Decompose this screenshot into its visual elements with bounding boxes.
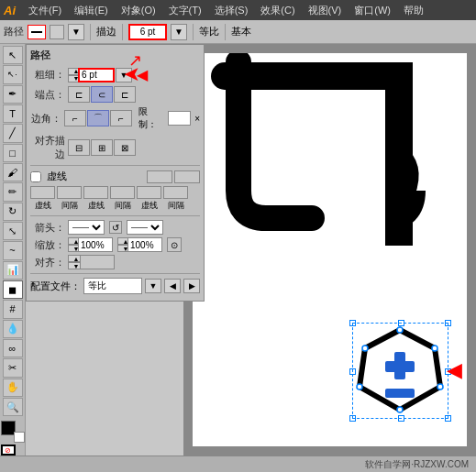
tool-line[interactable]: ╱	[3, 124, 23, 142]
tool-scissors[interactable]: ✂	[3, 358, 23, 377]
scale1-input[interactable]	[78, 237, 113, 252]
config-next-btn[interactable]: ▶	[183, 279, 200, 293]
dash-input2-label: 虚线	[88, 200, 105, 212]
cap-square-btn[interactable]: ⊏	[114, 86, 136, 103]
tool-scale[interactable]: ⤡	[3, 222, 23, 240]
tool-shape[interactable]: □	[3, 144, 23, 162]
scale2-input[interactable]	[127, 237, 162, 252]
scale-link-btn[interactable]: ⊙	[167, 237, 182, 252]
dash-row: 虚线	[30, 170, 200, 183]
config-dropdown[interactable]: ▼	[145, 279, 161, 293]
tool-graph[interactable]: 📊	[3, 261, 23, 280]
limit-x: ×	[194, 114, 200, 124]
weight-label: 粗细：	[30, 68, 65, 82]
red-arrow-weight: ◀	[137, 66, 148, 83]
scale-label: 缩放：	[30, 238, 65, 252]
corner-round-btn[interactable]: ⌒	[87, 110, 109, 126]
menu-file[interactable]: 文件(F)	[23, 2, 67, 19]
pt-input-box[interactable]: 6 pt	[128, 24, 167, 40]
tool-eyedropper[interactable]: 💧	[3, 320, 23, 338]
stroke-color-box[interactable]	[28, 25, 46, 39]
dash-option2[interactable]	[174, 170, 200, 183]
config-label: 配置文件：	[30, 280, 81, 293]
gap-input1[interactable]	[57, 186, 82, 199]
selection-border	[352, 323, 448, 419]
stroke-fill-switch[interactable]: ⊘	[1, 444, 25, 456]
menu-object[interactable]: 对象(O)	[116, 2, 161, 19]
gap-input2-label: 间隔	[115, 200, 131, 212]
divider1	[30, 165, 200, 166]
tool-paintbrush[interactable]: 🖌	[3, 163, 23, 181]
weight-input[interactable]	[78, 68, 115, 82]
corner-bevel-btn[interactable]: ⌐	[110, 110, 132, 126]
weight-row: 粗细： ▲ ▼ ▼ ◀	[30, 66, 200, 83]
dash-checkbox[interactable]	[30, 171, 41, 182]
corner-row: 边角： ⌐ ⌒ ⌐ 限制： ×	[30, 105, 200, 131]
dash-group3: 虚线	[137, 186, 161, 212]
config-prev-btn[interactable]: ◀	[164, 279, 181, 293]
gap-group3: 间隔	[163, 186, 188, 212]
pt-dropdown[interactable]: ▼	[171, 24, 187, 40]
tool-pen[interactable]: ✒	[3, 85, 23, 104]
tool-warp[interactable]: ~	[3, 241, 23, 259]
tool-direct-select[interactable]: ↖·	[3, 65, 23, 83]
menu-help[interactable]: 帮助	[398, 2, 429, 19]
status-text: 软件自学网·RJZXW.COM	[365, 458, 469, 471]
canvas-area: ◀	[183, 44, 476, 456]
gap-group2: 间隔	[110, 186, 135, 212]
dash-group2: 虚线	[83, 186, 108, 212]
cap-label: 端点：	[30, 88, 65, 102]
tool-rotate[interactable]: ↻	[3, 203, 23, 221]
canvas-white: ◀	[193, 53, 467, 446]
tool-gradient[interactable]: ◼	[3, 280, 23, 299]
gap-input2[interactable]	[110, 186, 135, 199]
weight-unit-dropdown[interactable]: ▼	[116, 68, 132, 82]
color-swatches[interactable]	[1, 421, 25, 443]
limit-input[interactable]	[168, 111, 191, 126]
arrow-end-select[interactable]: ——	[127, 220, 163, 235]
menu-window[interactable]: 窗口(W)	[349, 2, 396, 19]
toolbar-row: 路径 ▼ 描边 6 pt ▼ 等比 基本	[0, 20, 476, 44]
panel-title: 路径	[30, 49, 50, 62]
arrow-swap-btn[interactable]: ↺	[109, 221, 122, 234]
dash-input3[interactable]	[137, 186, 161, 199]
menu-text[interactable]: 文字(T)	[163, 2, 207, 19]
divider2	[30, 215, 200, 216]
tool-hand[interactable]: ✋	[3, 379, 23, 397]
tool-mesh[interactable]: #	[3, 300, 23, 318]
cap-round-btn[interactable]: ⊂	[91, 86, 113, 103]
divider3	[30, 273, 200, 274]
align-outside-btn[interactable]: ⊠	[114, 139, 136, 156]
align-inside-btn[interactable]: ⊞	[91, 139, 113, 156]
gap-input3[interactable]	[163, 186, 188, 199]
basic-label: 基本	[231, 25, 251, 38]
tool-select[interactable]: ↖	[3, 46, 23, 64]
path-label: 路径	[4, 25, 24, 38]
tool-blend[interactable]: ∞	[3, 339, 23, 357]
dash-option1[interactable]	[147, 170, 172, 183]
corner-buttons: ⌐ ⌒ ⌐	[64, 110, 132, 126]
arrow-row: 箭头： —— ↺ ——	[30, 220, 200, 235]
stroke-square-btn[interactable]	[50, 25, 64, 39]
corner-miter-btn[interactable]: ⌐	[64, 110, 86, 126]
menu-select[interactable]: 选择(S)	[209, 2, 254, 19]
toolbar-dropdown-btn[interactable]: ▼	[68, 24, 84, 40]
cap-butt-btn[interactable]: ⊏	[68, 86, 90, 103]
menu-edit[interactable]: 编辑(E)	[69, 2, 114, 19]
tool-zoom[interactable]: 🔍	[3, 398, 23, 416]
align-center-btn[interactable]: ⊟	[68, 139, 90, 156]
dash-input2[interactable]	[83, 186, 108, 199]
arrow-start-select[interactable]: ——	[68, 220, 105, 235]
config-select[interactable]: 等比	[83, 278, 142, 294]
align2-input[interactable]	[80, 255, 115, 269]
dash-input1[interactable]	[30, 186, 55, 199]
config-row: 配置文件： 等比 ▼ ◀ ▶	[30, 278, 200, 294]
menu-effect[interactable]: 效果(C)	[255, 2, 300, 19]
gap-input1-label: 间隔	[61, 200, 78, 212]
dash-input3-label: 虚线	[141, 200, 158, 212]
menu-view[interactable]: 视图(V)	[303, 2, 348, 19]
scale-label: 等比	[199, 25, 219, 38]
menu-bar: Ai 文件(F) 编辑(E) 对象(O) 文字(T) 选择(S) 效果(C) 视…	[0, 0, 476, 20]
tool-pencil[interactable]: ✏	[3, 182, 23, 201]
tool-type[interactable]: T	[3, 104, 23, 123]
